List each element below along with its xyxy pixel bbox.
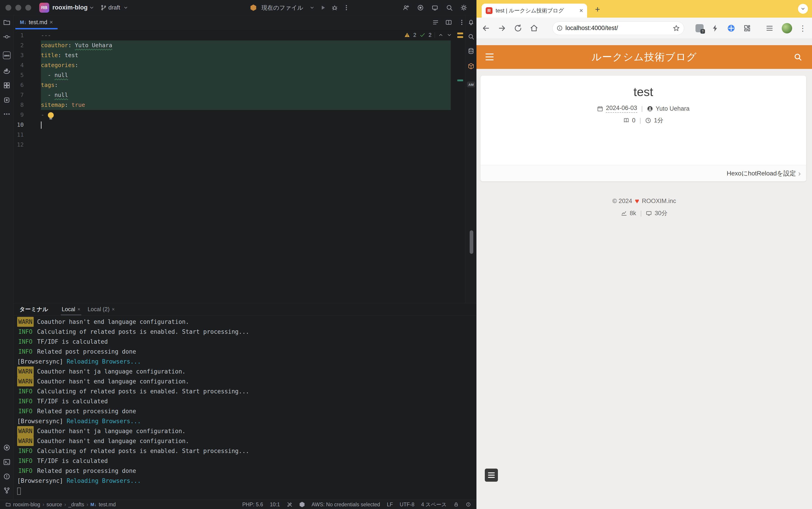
breadcrumb-source[interactable]: source: [46, 502, 62, 508]
run-configuration[interactable]: 現在のファイル: [261, 4, 303, 12]
breadcrumb-drafts[interactable]: _drafts: [68, 502, 84, 508]
editor-line-6[interactable]: 6tags:: [13, 80, 455, 90]
profile-avatar[interactable]: [782, 23, 792, 33]
more-tools-icon[interactable]: [3, 110, 11, 118]
more-run-options-icon[interactable]: [343, 4, 350, 11]
post-date[interactable]: 2024-06-03: [606, 105, 637, 113]
minimize-window-button[interactable]: [15, 5, 21, 11]
editor-line-12[interactable]: 12: [13, 140, 455, 150]
lock-icon[interactable]: [453, 502, 459, 507]
new-tab-button[interactable]: +: [593, 5, 602, 14]
codewhisperer-icon[interactable]: [299, 502, 305, 507]
extension-blue-icon[interactable]: [727, 24, 735, 32]
code-editor[interactable]: 1---2coauthor: Yuto Uehara3title: test4c…: [13, 30, 455, 303]
split-editor-icon[interactable]: [445, 19, 452, 26]
inspections-widget[interactable]: 2 2: [404, 32, 452, 38]
editor-line-8[interactable]: 8sitemap: true: [13, 100, 455, 110]
record-icon[interactable]: [417, 4, 424, 11]
editor-line-11[interactable]: 11: [13, 130, 455, 140]
structure-icon[interactable]: [3, 81, 11, 89]
caret-position-widget[interactable]: 10:1: [270, 502, 280, 508]
close-tab-icon[interactable]: ×: [49, 19, 53, 26]
terminal-output[interactable]: WARN Coauthor hasn't end language config…: [13, 315, 476, 496]
forward-button[interactable]: [497, 24, 506, 33]
editor-line-4[interactable]: 4categories:: [13, 60, 455, 70]
terminal-tab-2[interactable]: Local (2)×: [84, 303, 118, 315]
bookmark-star-icon[interactable]: [673, 25, 680, 32]
package-icon[interactable]: [467, 63, 474, 70]
editor-line-2[interactable]: 2coauthor: Yuto Uehara: [13, 40, 455, 50]
browser-menu-icon[interactable]: ⋮: [799, 24, 807, 32]
close-tab-icon[interactable]: ×: [77, 306, 80, 312]
project-badge[interactable]: RB: [39, 3, 49, 13]
error-stripe[interactable]: [455, 30, 465, 303]
project-tool-icon[interactable]: [3, 19, 11, 26]
extensions-puzzle-icon[interactable]: [743, 24, 751, 32]
info-mark[interactable]: [457, 79, 463, 81]
problems-icon[interactable]: [3, 473, 11, 480]
site-search-icon[interactable]: [793, 53, 802, 61]
editor-line-10[interactable]: 10: [13, 120, 455, 130]
editor-line-5[interactable]: 5 - null: [13, 70, 455, 80]
aws-credentials-widget[interactable]: AWS: No credentials selected: [312, 502, 380, 508]
vcs-icon[interactable]: [3, 487, 11, 494]
tab-search-button[interactable]: [798, 4, 808, 14]
settings-gear-icon[interactable]: [460, 4, 467, 11]
list-icon[interactable]: [432, 19, 439, 26]
editor-line-1[interactable]: 1---: [13, 31, 455, 40]
terminal-panel[interactable]: ターミナル Local×Local (2)× WARN Coauthor has…: [13, 303, 476, 500]
notifications-icon[interactable]: [466, 502, 471, 507]
am-plugin-icon[interactable]: AM: [467, 81, 475, 88]
encoding-widget[interactable]: UTF-8: [400, 502, 414, 508]
url-text[interactable]: localhost:4000/test/: [565, 25, 673, 32]
indent-widget[interactable]: 4 スペース: [421, 501, 447, 508]
more-options-icon[interactable]: [458, 19, 465, 26]
warning-mark[interactable]: [457, 33, 463, 34]
coverage-icon[interactable]: [3, 444, 11, 451]
next-post-link[interactable]: HexoにhotReloadを設定: [727, 169, 796, 178]
back-button[interactable]: [482, 24, 490, 33]
prev-problem-icon[interactable]: [438, 32, 444, 38]
browser-tab[interactable]: R test | ルークシム技術ブログ ×: [482, 4, 587, 18]
reload-button[interactable]: [514, 24, 523, 33]
database-icon[interactable]: [467, 47, 474, 55]
php-version-widget[interactable]: PHP: 5.6: [242, 502, 263, 508]
editor-line-9[interactable]: 9-: [13, 110, 455, 120]
close-tab-icon[interactable]: ×: [112, 306, 115, 312]
git-branch-widget[interactable]: draft: [101, 4, 128, 11]
next-problem-icon[interactable]: [447, 32, 452, 38]
tab-test-md[interactable]: M↓ test.md ×: [15, 15, 58, 29]
notifications-bell-icon[interactable]: [467, 19, 474, 26]
commit-icon[interactable]: [3, 33, 11, 41]
home-button[interactable]: [530, 24, 538, 33]
address-bar[interactable]: localhost:4000/test/: [552, 22, 684, 35]
search-icon[interactable]: [446, 4, 453, 11]
breadcrumb-file[interactable]: test.md: [99, 502, 116, 508]
warning-mark[interactable]: [457, 36, 463, 38]
plugin-tool-icon[interactable]: [3, 96, 11, 104]
project-name[interactable]: rooxim-blog: [52, 4, 87, 11]
toolbar-plugin-icon[interactable]: [250, 4, 256, 11]
terminal-tool-icon[interactable]: [3, 458, 11, 466]
terminal-tab-1[interactable]: Local×: [58, 303, 84, 315]
editor-line-7[interactable]: 7 - null: [13, 90, 455, 100]
editor-scrollbar-thumb[interactable]: [470, 230, 473, 254]
close-window-button[interactable]: [5, 5, 11, 11]
screen-share-icon[interactable]: [431, 4, 438, 11]
next-post-bar[interactable]: HexoにhotReloadを設定 ›: [481, 165, 806, 181]
find-tool-icon[interactable]: [467, 33, 474, 40]
debug-button[interactable]: [331, 4, 338, 11]
side-panel-icon[interactable]: [766, 24, 774, 32]
close-tab-icon[interactable]: ×: [579, 7, 583, 14]
extension-mail-icon[interactable]: ?: [696, 24, 704, 32]
site-title[interactable]: ルークシム技術ブログ: [476, 45, 812, 69]
editor-line-3[interactable]: 3title: test: [13, 50, 455, 60]
intention-bulb-icon[interactable]: [48, 112, 54, 118]
zoom-window-button[interactable]: [25, 5, 31, 11]
code-with-me-icon[interactable]: [402, 4, 410, 11]
site-info-icon[interactable]: [557, 25, 563, 31]
breadcrumb-project[interactable]: rooxim-blog: [13, 502, 40, 508]
extension-lightning-icon[interactable]: [711, 24, 719, 32]
floating-menu-button[interactable]: [485, 469, 498, 482]
run-button[interactable]: [319, 4, 326, 11]
